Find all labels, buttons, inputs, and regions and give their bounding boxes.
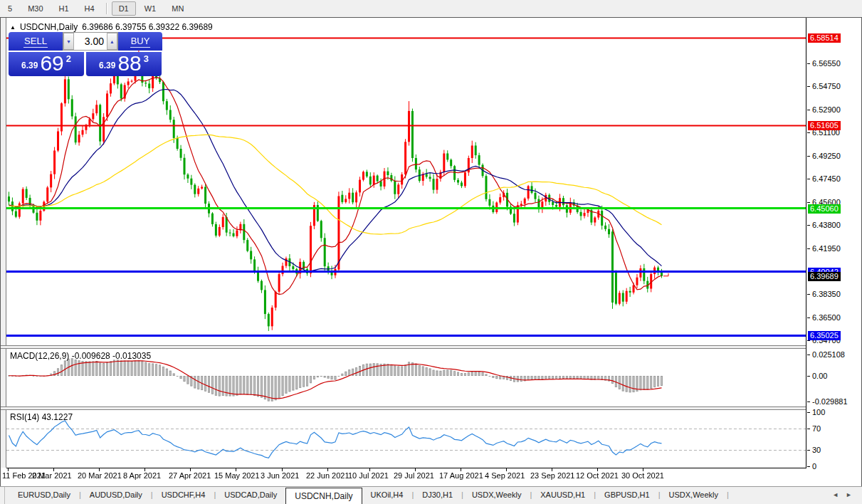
macd-axis-label: 0.00 [812, 372, 827, 380]
toolbar-separator [106, 3, 107, 14]
chart-tab-bar: EURUSD,Daily|AUDUSD,Daily|USDCHF,H4|USDC… [0, 486, 862, 504]
buy-button[interactable]: BUY [118, 32, 162, 51]
timeframe-toolbar: 5M30H1H4D1W1MN [0, 0, 862, 18]
rsi-axis-label: 70 [812, 424, 821, 433]
sell-price-display[interactable]: 6.39 69 2 [9, 52, 84, 76]
rsi-indicator-chart[interactable] [6, 410, 806, 468]
time-axis-label: 22 Jun 2021 [306, 471, 349, 480]
time-axis-label: 23 Sep 2021 [530, 471, 574, 480]
price-axis-label: 6.47450 [812, 174, 841, 183]
price-axis-tick [807, 63, 810, 64]
price-marker-label: 6.39689 [808, 272, 841, 281]
time-axis-label: 12 Oct 2021 [576, 471, 619, 480]
chart-ohlc-values: 6.39686 6.39755 6.39322 6.39689 [82, 22, 213, 32]
price-axis-label: 6.49250 [812, 152, 841, 160]
macd-axis-label: 0.025108 [812, 350, 845, 359]
price-axis-label: 6.54750 [812, 82, 841, 90]
price-axis-tick [807, 225, 810, 226]
price-axis-label: 6.38350 [812, 290, 841, 298]
rsi-label: RSI(14) 43.1227 [10, 412, 73, 422]
chart-tab-usdcad-daily[interactable]: USDCAD,Daily [216, 487, 285, 504]
price-axis-tick [807, 294, 810, 295]
chart-tab-ukoil-h4[interactable]: UKOil,H4 [362, 487, 412, 504]
price-axis-tick [807, 429, 810, 429]
time-axis-label: 3 Jun 2021 [261, 471, 299, 480]
chart-tab-audusd-daily[interactable]: AUDUSD,Daily [81, 487, 151, 504]
price-axis-tick [807, 466, 810, 467]
time-axis-label: 4 Sep 2021 [485, 471, 525, 480]
price-axis-label: 6.56550 [812, 59, 841, 68]
price-marker-label: 6.51605 [808, 121, 841, 130]
timeframe-button-h1[interactable]: H1 [52, 1, 76, 16]
chart-tab-xauusd-h1[interactable]: XAUUSD,H1 [532, 487, 594, 504]
macd-label: MACD(12,26,9) -0.009628 -0.013035 [10, 351, 151, 361]
tab-scroll-left-icon[interactable]: ◄ [832, 491, 839, 504]
volume-input[interactable] [74, 33, 107, 50]
volume-stepper: ▼ ▲ [63, 32, 118, 51]
price-axis-tick [807, 179, 810, 179]
price-axis-tick [807, 156, 810, 157]
chart-tab-usdx-weekly[interactable]: USDX,Weekly [463, 487, 530, 504]
time-axis-label: 17 Aug 2021 [439, 471, 483, 480]
chart-tab-dj30-h1[interactable]: DJ30,H1 [414, 487, 461, 504]
mt4-terminal: { "toolbar": { "timeframes": ["5", "M30"… [0, 0, 862, 504]
timeframe-button-d1[interactable]: D1 [112, 1, 136, 16]
price-axis-tick [807, 132, 810, 133]
price-axis-tick [807, 355, 810, 355]
rsi-axis-label: 30 [812, 446, 821, 454]
time-axis-label: 29 Jul 2021 [394, 471, 434, 480]
one-click-trading-panel: SELL ▼ ▲ BUY 6.39 69 2 6.39 88 3 [9, 32, 164, 76]
tabs-holder: EURUSD,Daily|AUDUSD,Daily|USDCHF,H4|USDC… [9, 487, 729, 504]
chart-tab-usdcnh-daily[interactable]: USDCNH,Daily [285, 488, 362, 504]
chart-tab-usdchf-h4[interactable]: USDCHF,H4 [153, 487, 214, 504]
time-axis-label: 8 Apr 2021 [123, 471, 161, 480]
price-axis-label: 6.43800 [812, 221, 841, 229]
time-axis-label: 15 May 2021 [214, 471, 260, 480]
timeframe-button-mn[interactable]: MN [164, 1, 191, 16]
price-axis-tick [807, 376, 810, 377]
price-axis-label: 6.41950 [812, 244, 841, 253]
timeframe-button-w1[interactable]: W1 [137, 1, 164, 16]
tab-bar-edge [0, 487, 5, 504]
price-marker-label: 6.45060 [808, 204, 841, 214]
timeframe-button-5[interactable]: 5 [1, 1, 19, 16]
tab-separator: | [727, 487, 729, 504]
price-axis-tick [807, 202, 810, 203]
chart-tab-gbpusd-h1[interactable]: GBPUSD,H1 [596, 487, 658, 504]
chart-tab-eurusd-daily[interactable]: EURUSD,Daily [9, 487, 79, 504]
price-marker-label: 6.58514 [808, 33, 841, 43]
timeframe-button-m30[interactable]: M30 [21, 1, 50, 16]
buy-price-display[interactable]: 6.39 88 3 [86, 52, 162, 76]
price-axis-label: 6.52900 [812, 105, 841, 114]
volume-increase-button[interactable]: ▲ [107, 33, 117, 50]
price-axis-tick [807, 412, 810, 413]
price-axis-tick [807, 340, 810, 341]
rsi-axis-label: 0 [812, 462, 816, 471]
price-axis-tick [807, 248, 810, 249]
tab-scroll-arrows: ◄ ► [832, 487, 862, 504]
rsi-axis-label: 100 [812, 408, 825, 416]
time-axis-label: 30 Oct 2021 [621, 471, 664, 480]
price-axis-tick [807, 317, 810, 318]
time-axis-line [6, 468, 806, 468]
time-axis-label: 20 Mar 2021 [78, 471, 122, 480]
time-axis-label: 2 Mar 2021 [32, 471, 72, 480]
volume-decrease-button[interactable]: ▼ [63, 33, 74, 50]
price-axis-tick [807, 401, 810, 402]
price-axis: 6.565506.547506.529006.511006.492506.474… [806, 18, 861, 486]
price-marker-label: 6.35025 [808, 331, 841, 340]
chart-title: ▲ USDCNH,Daily 6.39686 6.39755 6.39322 6… [10, 22, 213, 32]
price-axis-label: 6.36500 [812, 313, 841, 322]
timeframe-button-h4[interactable]: H4 [78, 1, 102, 16]
chart-window: ▲ USDCNH,Daily 6.39686 6.39755 6.39322 6… [0, 17, 862, 487]
time-axis-label: 10 Jul 2021 [348, 471, 389, 480]
chart-symbol-label: USDCNH,Daily [20, 22, 78, 32]
price-axis-tick [807, 450, 810, 451]
sell-button[interactable]: SELL [9, 32, 63, 51]
collapse-icon[interactable]: ▲ [10, 24, 16, 31]
time-axis-label: 27 Apr 2021 [169, 471, 211, 480]
price-axis-tick [807, 86, 810, 87]
chart-tab-usdx-weekly[interactable]: USDX,Weekly [661, 487, 727, 504]
macd-axis-label: -0.029881 [812, 397, 848, 406]
tab-scroll-right-icon[interactable]: ► [846, 491, 852, 504]
